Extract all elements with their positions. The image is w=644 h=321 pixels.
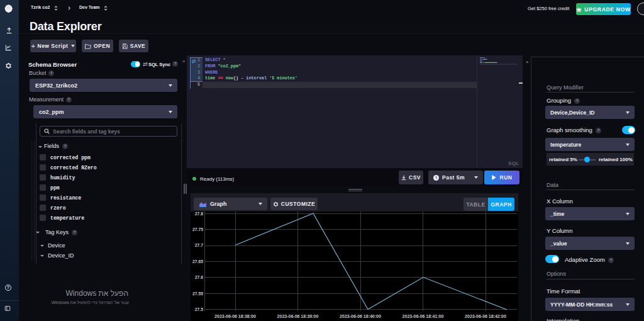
svg-text:27.6: 27.6 [195, 275, 203, 279]
svg-text:27.55: 27.55 [192, 291, 203, 296]
svg-text:27.7: 27.7 [195, 243, 203, 247]
svg-text:2023-06-06 18:41:00: 2023-06-06 18:41:00 [402, 314, 444, 318]
svg-text:27.8: 27.8 [195, 211, 203, 216]
svg-text:27.75: 27.75 [192, 227, 203, 232]
svg-text:27.5: 27.5 [195, 307, 203, 312]
svg-text:2023-06-06 18:39:00: 2023-06-06 18:39:00 [277, 314, 319, 318]
svg-text:2023-06-06 18:38:00: 2023-06-06 18:38:00 [214, 314, 256, 318]
svg-text:2023-06-06 18:40:00: 2023-06-06 18:40:00 [340, 314, 381, 318]
svg-text:2023-06-06 18:42:00: 2023-06-06 18:42:00 [465, 314, 506, 318]
svg-text:27.65: 27.65 [192, 259, 203, 264]
